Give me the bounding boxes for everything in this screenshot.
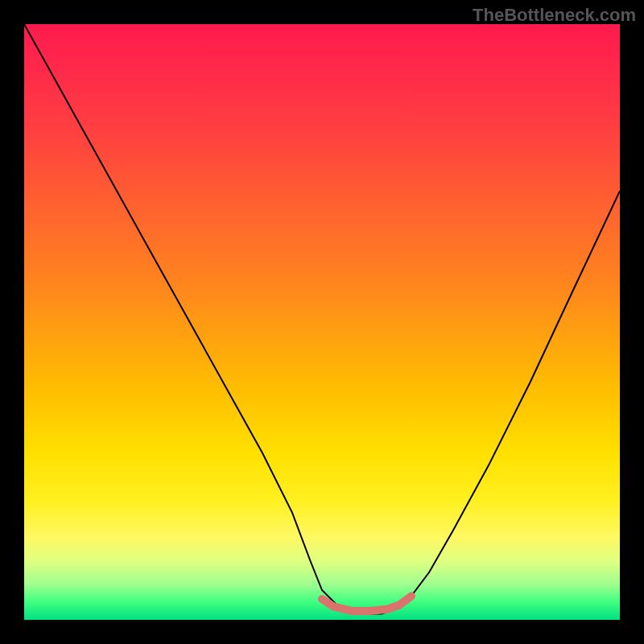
watermark-text: TheBottleneck.com bbox=[473, 5, 636, 26]
optimal-zone-line bbox=[322, 596, 411, 611]
bottleneck-curve-line bbox=[24, 24, 620, 614]
chart-plot-area bbox=[24, 24, 620, 620]
chart-svg bbox=[24, 24, 620, 620]
